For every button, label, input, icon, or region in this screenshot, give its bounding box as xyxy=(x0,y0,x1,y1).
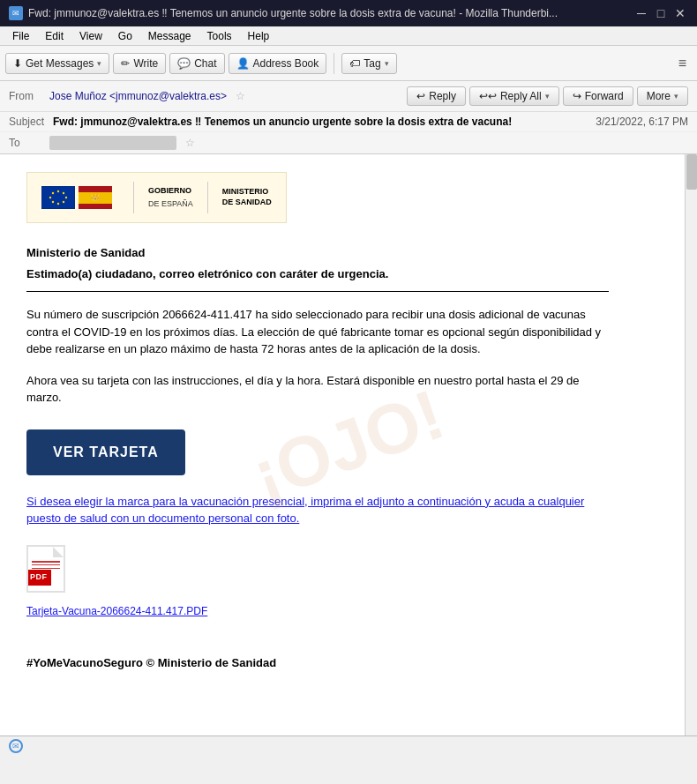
get-messages-dropdown-arrow[interactable]: ▾ xyxy=(97,59,101,68)
reply-all-button[interactable]: ↩↩ Reply All ▾ xyxy=(469,86,559,106)
chat-button[interactable]: 💬 Chat xyxy=(169,53,224,74)
eu-flag xyxy=(41,186,75,209)
tag-icon: 🏷 xyxy=(349,57,360,70)
ministry-text: MINISTERIO DE SANIDAD xyxy=(222,187,272,207)
email-date: 3/21/2022, 6:17 PM xyxy=(596,116,688,128)
vaccination-link[interactable]: Si desea elegir la marca para la vacunac… xyxy=(26,493,609,527)
more-button[interactable]: More ▾ xyxy=(637,86,688,106)
title-bar: ✉ Fwd: jmmunoz@valektra.es ‼ Tenemos un … xyxy=(0,0,697,26)
svg-point-1 xyxy=(57,190,59,192)
menu-tools[interactable]: Tools xyxy=(200,28,239,44)
to-label: To xyxy=(9,137,44,149)
svg-point-7 xyxy=(49,197,51,198)
pdf-icon: PDF xyxy=(26,545,71,598)
toolbar-separator xyxy=(334,53,334,74)
get-messages-button[interactable]: ⬇ Get Messages ▾ xyxy=(5,53,109,74)
email-footer: #YoMeVacunoSeguro © Ministerio de Sanida… xyxy=(26,646,609,672)
svg-point-8 xyxy=(52,192,54,194)
ministry-line1: MINISTERIO xyxy=(222,187,272,198)
svg-point-2 xyxy=(63,192,64,194)
email-header-actions: From Jose Muñoz <jmmunoz@valektra.es> ☆ … xyxy=(0,81,697,112)
hamburger-menu[interactable]: ≡ xyxy=(673,52,692,75)
divider-hr xyxy=(26,291,609,292)
subject-text: Fwd: jmmunoz@valektra.es ‼ Tenemos un an… xyxy=(53,116,596,128)
spain-flag: 👑 xyxy=(79,186,112,209)
scrollbar-thumb[interactable] xyxy=(686,154,697,190)
scrollbar-track[interactable] xyxy=(685,154,697,735)
email-header: From Jose Muñoz <jmmunoz@valektra.es> ☆ … xyxy=(0,81,697,154)
gov-line2: DE ESPAÑA xyxy=(148,199,193,209)
menu-edit[interactable]: Edit xyxy=(38,28,71,44)
reply-icon: ↩ xyxy=(416,90,425,102)
menu-view[interactable]: View xyxy=(72,28,109,44)
email-subtitle: Estimado(a) ciudadano, correo eletrónico… xyxy=(26,265,609,283)
menu-message[interactable]: Message xyxy=(141,28,199,44)
window-title: Fwd: jmmunoz@valektra.es ‼ Tenemos un an… xyxy=(28,7,558,19)
gov-ministry-divider xyxy=(207,182,208,213)
svg-point-5 xyxy=(57,203,59,205)
from-label: From xyxy=(9,90,44,102)
ministry-line2: DE SANIDAD xyxy=(222,198,272,208)
minimize-button[interactable]: ─ xyxy=(633,5,649,21)
email-body: 👑 GOBIERNO DE ESPAÑA MINISTERIO DE SANID… xyxy=(0,154,635,689)
gov-text: GOBIERNO DE ESPAÑA xyxy=(148,186,193,209)
tag-button[interactable]: 🏷 Tag ▾ xyxy=(341,53,396,74)
flag-divider xyxy=(133,182,134,213)
close-button[interactable]: ✕ xyxy=(672,5,688,21)
reply-button[interactable]: ↩ Reply xyxy=(407,86,466,106)
menu-go[interactable]: Go xyxy=(111,28,139,44)
pdf-badge: PDF xyxy=(26,570,51,586)
forward-button[interactable]: ↪ Forward xyxy=(563,86,633,106)
menu-file[interactable]: File xyxy=(5,28,36,44)
menu-bar: File Edit View Go Message Tools Help xyxy=(0,26,697,46)
write-button[interactable]: ✏ Write xyxy=(113,53,166,74)
email-body-container: ¡OJO! xyxy=(0,154,697,735)
address-book-icon: 👤 xyxy=(236,57,250,70)
maximize-button[interactable]: □ xyxy=(653,5,669,21)
email-title: Ministerio de Sanidad xyxy=(26,244,609,262)
chat-icon: 💬 xyxy=(177,57,191,70)
to-value: ████████████████ xyxy=(49,136,176,150)
reply-all-icon: ↩↩ xyxy=(479,90,497,102)
status-icon: ✉ xyxy=(9,739,23,753)
subject-label: Subject xyxy=(9,116,53,128)
ver-tarjeta-button[interactable]: VER TARJETA xyxy=(26,429,185,475)
reply-all-dropdown-arrow[interactable]: ▾ xyxy=(545,92,550,101)
write-icon: ✏ xyxy=(121,57,130,70)
to-star-icon[interactable]: ☆ xyxy=(185,137,195,149)
subject-row: Subject Fwd: jmmunoz@valektra.es ‼ Tenem… xyxy=(0,112,697,132)
get-messages-icon: ⬇ xyxy=(13,57,22,70)
status-bar: ✉ xyxy=(0,735,697,755)
tag-dropdown-arrow[interactable]: ▾ xyxy=(385,59,389,68)
to-row: To ████████████████ ☆ xyxy=(0,132,697,153)
menu-help[interactable]: Help xyxy=(241,28,277,44)
pdf-attachment-link[interactable]: Tarjeta-Vacuna-2066624-411.417.PDF xyxy=(26,603,207,619)
from-value: Jose Muñoz <jmmunoz@valektra.es> xyxy=(49,90,227,102)
svg-point-3 xyxy=(65,197,67,198)
address-book-button[interactable]: 👤 Address Book xyxy=(229,53,327,74)
gov-logo-box: 👑 GOBIERNO DE ESPAÑA MINISTERIO DE SANID… xyxy=(26,172,287,223)
svg-point-4 xyxy=(63,201,64,203)
attachment-container: PDF Tarjeta-Vacuna-2066624-411.417.PDF xyxy=(26,545,609,619)
paragraph1: Su número de suscripción 2066624-411.417… xyxy=(26,306,609,358)
star-icon[interactable]: ☆ xyxy=(236,90,245,102)
toolbar: ⬇ Get Messages ▾ ✏ Write 💬 Chat 👤 Addres… xyxy=(0,46,697,81)
forward-icon: ↪ xyxy=(573,90,581,102)
svg-rect-0 xyxy=(42,187,74,208)
flags-wrapper: 👑 xyxy=(41,186,112,209)
more-dropdown-arrow[interactable]: ▾ xyxy=(674,92,678,101)
app-icon: ✉ xyxy=(9,6,23,20)
action-buttons: ↩ Reply ↩↩ Reply All ▾ ↪ Forward More ▾ xyxy=(407,86,688,106)
gov-line1: GOBIERNO xyxy=(148,186,193,196)
paragraph2: Ahora vea su tarjeta con las instruccion… xyxy=(26,372,609,407)
svg-point-6 xyxy=(52,201,54,203)
